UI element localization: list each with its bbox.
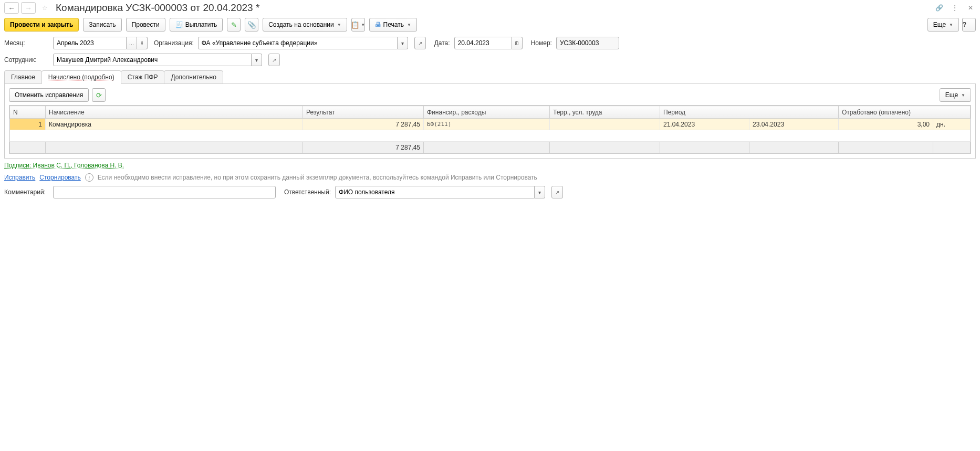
print-button[interactable]: 🖶 Печать ▼ — [369, 18, 417, 32]
comment-input[interactable] — [53, 186, 276, 198]
back-button[interactable]: ← — [4, 2, 19, 14]
tab-accrued[interactable]: Начислено (подробно) — [41, 70, 121, 84]
info-icon: i — [85, 173, 93, 182]
save-button[interactable]: Записать — [83, 18, 121, 32]
cell-territory[interactable] — [550, 119, 660, 130]
cell-result[interactable]: 7 287,45 — [303, 119, 424, 130]
col-n[interactable]: N — [10, 106, 46, 119]
footer-result: 7 287,45 — [303, 142, 424, 153]
org-label: Организация: — [154, 39, 194, 47]
favorite-star-icon[interactable]: ☆ — [39, 2, 50, 14]
chevron-down-icon: ▼ — [361, 23, 365, 27]
more-label: Еще — [933, 21, 946, 28]
employee-dropdown-button[interactable]: ▾ — [252, 54, 262, 66]
number-input — [556, 37, 619, 49]
col-financing[interactable]: Финансир., расходы — [424, 106, 550, 119]
tab-extra[interactable]: Дополнительно — [164, 70, 223, 83]
responsible-input[interactable] — [335, 186, 535, 198]
window-title: Командировка УСЗК-000003 от 20.04.2023 * — [56, 2, 932, 14]
cancel-corrections-button[interactable]: Отменить исправления — [9, 88, 89, 102]
responsible-dropdown-button[interactable]: ▾ — [535, 186, 545, 198]
panel-more-button[interactable]: Еще ▼ — [940, 88, 971, 102]
tab-accrued-label: Начислено (подробно) — [48, 74, 114, 81]
more-button[interactable]: Еще ▼ — [927, 18, 959, 32]
tab-pfr[interactable]: Стаж ПФР — [121, 70, 165, 83]
col-period[interactable]: Период — [660, 106, 839, 119]
chevron-down-icon: ▼ — [407, 23, 411, 27]
create-on-basis-label: Создать на основании — [268, 21, 334, 28]
month-input[interactable] — [53, 37, 127, 49]
cell-period-from[interactable]: 21.04.2023 — [660, 119, 749, 130]
employee-open-button[interactable]: ↗ — [268, 54, 280, 66]
highlight-button[interactable]: ✎ — [227, 18, 241, 32]
panel-more-label: Еще — [945, 91, 958, 99]
col-result[interactable]: Результат — [303, 106, 424, 119]
responsible-label: Ответственный: — [284, 188, 331, 196]
employee-input[interactable] — [53, 54, 252, 66]
attach-button[interactable]: 📎 — [245, 18, 258, 32]
date-label: Дата: — [434, 39, 450, 47]
table-header-row: N Начисление Результат Финансир., расход… — [10, 106, 971, 119]
copy-icon: 📋 — [351, 21, 360, 29]
chevron-down-icon: ▼ — [949, 23, 953, 27]
pay-button[interactable]: 🧾 Выплатить — [170, 18, 223, 32]
table-footer-row: 7 287,45 — [10, 142, 971, 153]
create-on-basis-button[interactable]: Создать на основании ▼ — [263, 18, 347, 32]
recalculate-button[interactable]: ⟳ — [92, 88, 106, 102]
reverse-link[interactable]: Сторнировать — [39, 174, 80, 181]
org-input[interactable] — [198, 37, 398, 49]
cell-unit[interactable]: дн. — [933, 119, 971, 130]
signatures-link[interactable]: Подписи: Иванов С. П., Голованова Н. В. — [4, 162, 124, 169]
pay-icon: 🧾 — [175, 21, 183, 28]
number-label: Номер: — [531, 39, 552, 47]
print-label: Печать — [383, 21, 404, 28]
date-picker-button[interactable]: 🗓 — [512, 37, 523, 49]
org-open-button[interactable]: ↗ — [414, 37, 426, 49]
post-button[interactable]: Провести — [126, 18, 165, 32]
month-select-button[interactable]: … — [127, 37, 137, 49]
forward-button[interactable]: → — [21, 2, 36, 14]
pay-label: Выплатить — [185, 21, 217, 28]
comment-label: Комментарий: — [4, 188, 49, 196]
org-dropdown-button[interactable]: ▾ — [398, 37, 408, 49]
col-worked[interactable]: Отработано (оплачено) — [839, 106, 971, 119]
info-text: Если необходимо внести исправление, но п… — [98, 174, 537, 181]
cell-period-to[interactable]: 23.04.2023 — [749, 119, 839, 130]
responsible-open-button[interactable]: ↗ — [551, 186, 563, 198]
print-icon: 🖶 — [375, 21, 381, 28]
cell-accrual[interactable]: Командировка — [46, 119, 303, 130]
chevron-down-icon: ▼ — [961, 93, 965, 98]
link-icon[interactable]: 🔗 — [934, 3, 944, 13]
month-label: Месяц: — [4, 39, 49, 47]
month-spinner[interactable]: ▲▼ — [137, 37, 148, 49]
employee-label: Сотрудник: — [4, 56, 49, 64]
post-and-close-button[interactable]: Провести и закрыть — [4, 18, 79, 32]
table-empty-area — [10, 130, 971, 142]
cell-n[interactable]: 1 — [10, 119, 46, 130]
close-icon[interactable]: ✕ — [965, 3, 976, 13]
chevron-down-icon: ▼ — [337, 23, 341, 27]
more-menu-icon[interactable]: ⋮ — [950, 3, 960, 13]
help-button[interactable]: ? — [962, 18, 976, 32]
table-row[interactable]: 1 Командировка 7 287,45 БФ(211) 21.04.20… — [10, 119, 971, 130]
cell-worked[interactable]: 3,00 — [839, 119, 933, 130]
date-input[interactable] — [454, 37, 512, 49]
tab-main[interactable]: Главное — [4, 70, 42, 83]
cell-financing[interactable]: БФ(211) — [424, 119, 550, 130]
copy-button[interactable]: 📋 ▼ — [351, 18, 365, 32]
col-accrual[interactable]: Начисление — [46, 106, 303, 119]
correct-link[interactable]: Исправить — [4, 174, 35, 181]
accruals-table: N Начисление Результат Финансир., расход… — [9, 106, 971, 153]
col-territory[interactable]: Терр., усл. труда — [550, 106, 660, 119]
